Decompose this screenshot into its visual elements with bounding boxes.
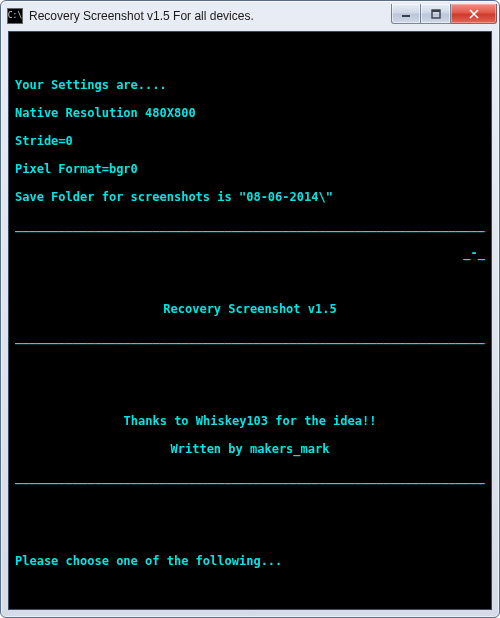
- close-icon: [468, 9, 480, 19]
- divider-2: ________________________________________…: [15, 330, 485, 344]
- settings-stride: Stride=0: [15, 134, 485, 148]
- settings-header: Your Settings are....: [15, 78, 485, 92]
- banner-title: Recovery Screenshot v1.5: [15, 302, 485, 316]
- menu-header: Please choose one of the following...: [15, 554, 485, 568]
- blank-line: [15, 274, 485, 288]
- svg-rect-2: [432, 10, 440, 12]
- close-button[interactable]: [451, 4, 497, 24]
- blank-line: [15, 50, 485, 64]
- window-controls: [391, 4, 497, 24]
- maximize-button[interactable]: [421, 4, 451, 24]
- settings-savefolder: Save Folder for screenshots is "08-06-20…: [15, 190, 485, 204]
- maximize-icon: [431, 9, 441, 19]
- app-window: C:\ Recovery Screenshot v1.5 For all dev…: [0, 0, 500, 618]
- titlebar[interactable]: C:\ Recovery Screenshot v1.5 For all dev…: [1, 1, 499, 31]
- banner-author: Written by makers_mark: [15, 442, 485, 456]
- window-title: Recovery Screenshot v1.5 For all devices…: [29, 9, 391, 23]
- cmd-icon: C:\: [7, 8, 23, 24]
- banner-thanks: Thanks to Whiskey103 for the idea!!: [15, 414, 485, 428]
- svg-rect-0: [402, 15, 410, 17]
- minimize-button[interactable]: [391, 4, 421, 24]
- blank-line: [15, 582, 485, 596]
- console-area[interactable]: Your Settings are.... Native Resolution …: [8, 31, 492, 610]
- divider-1-trail: _-_: [15, 246, 485, 260]
- blank-line: [15, 386, 485, 400]
- divider-1: ________________________________________…: [15, 218, 485, 232]
- settings-resolution: Native Resolution 480X800: [15, 106, 485, 120]
- settings-pixelformat: Pixel Format=bgr0: [15, 162, 485, 176]
- minimize-icon: [401, 9, 411, 19]
- blank-line: [15, 498, 485, 512]
- blank-line: [15, 526, 485, 540]
- blank-line: [15, 358, 485, 372]
- divider-3: ________________________________________…: [15, 470, 485, 484]
